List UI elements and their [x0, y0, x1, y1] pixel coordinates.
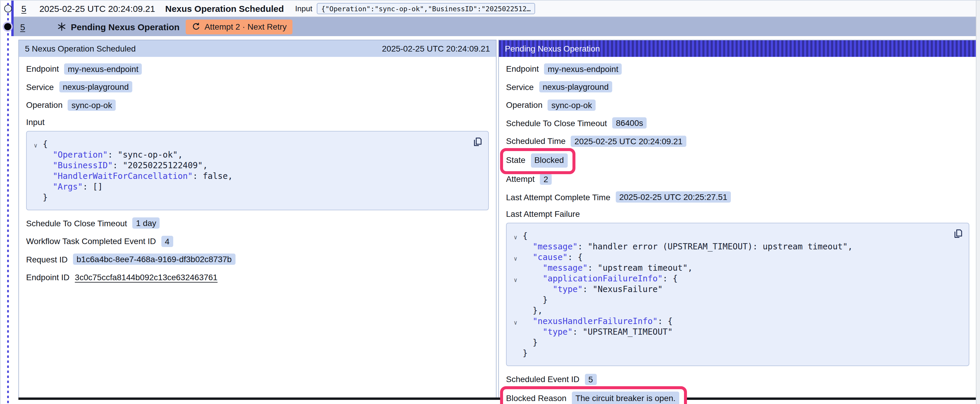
field-value-badge: my-nexus-endpoint [64, 63, 142, 74]
code-text: "Args": [] [43, 181, 103, 192]
field-value-link[interactable]: 3c0c75ccfa8144b092c13ce632463761 [75, 273, 217, 282]
code-text: { [523, 230, 528, 241]
event-timestamp: 2025-02-25 UTC 20:24:09.21 [40, 3, 155, 14]
field-row: Scheduled Time2025-02-25 UTC 20:24:09.21 [506, 135, 969, 147]
code-text: { [43, 138, 48, 149]
field-value-badge: nexus-playground [539, 81, 612, 92]
copy-button[interactable] [953, 228, 963, 239]
field-label: Endpoint ID [26, 273, 69, 282]
code-line: "Args": [] [34, 181, 481, 192]
highlighted-field: StateBlocked [506, 153, 567, 167]
field-label: Blocked Reason [506, 392, 566, 404]
field-row: Endpointmy-nexus-endpoint [26, 63, 489, 75]
code-text: } [43, 192, 48, 202]
code-line: "BusinessID": "20250225122409", [34, 160, 481, 170]
pending-operation-panel: Pending Nexus Operation Endpointmy-nexus… [498, 40, 977, 398]
code-line: } [514, 295, 962, 305]
code-text: }, [523, 305, 542, 316]
event-marker-filled-icon[interactable] [4, 23, 11, 30]
event-marker-open-icon[interactable] [4, 5, 12, 13]
field-label: Service [506, 82, 534, 92]
timeline-rail [7, 3, 9, 404]
field-row: Scheduled Event ID5 [506, 373, 969, 386]
field-label: Endpoint [26, 64, 59, 73]
code-line: ∨ "applicationFailureInfo": { [514, 273, 962, 284]
event-input-label: Input [295, 4, 312, 13]
code-line: } [514, 348, 962, 358]
copy-button[interactable] [472, 136, 483, 147]
pending-asterisk-icon [58, 22, 66, 31]
field-row: Servicenexus-playground [506, 81, 969, 93]
attempt-retry-badge-label: Attempt 2 · Next Retry [204, 22, 286, 32]
code-line: ∨{ [34, 138, 481, 149]
field-value-badge: 2025-02-25 UTC 20:24:09.21 [571, 135, 686, 147]
pending-event-title: Pending Nexus Operation [71, 22, 180, 32]
fold-toggle-icon[interactable]: ∨ [514, 253, 523, 264]
field-label: Request ID [26, 254, 68, 264]
field-row: StateBlocked [506, 153, 969, 167]
code-line: } [34, 192, 481, 202]
fold-toggle-icon[interactable]: ∨ [514, 317, 523, 328]
field-row: Endpoint ID3c0c75ccfa8144b092c13ce632463… [26, 271, 489, 284]
input-json-viewer: ∨{ "Operation": "sync-op-ok", "BusinessI… [26, 131, 489, 210]
field-row: Operationsync-op-ok [506, 99, 969, 111]
code-line: }, [514, 305, 962, 316]
field-row: Workflow Task Completed Event ID4 [26, 235, 489, 248]
field-label: Scheduled Time [506, 136, 566, 146]
code-line: ∨{ [514, 230, 962, 241]
pending-event-id-link[interactable]: 5 [20, 22, 25, 32]
event-detail-panel: 5 Nexus Operation Scheduled 2025-02-25 U… [18, 40, 496, 398]
field-row: Schedule To Close Timeout86400s [506, 117, 969, 130]
event-detail-fields: Endpointmy-nexus-endpointServicenexus-pl… [26, 63, 489, 111]
field-label: Operation [506, 100, 542, 109]
field-row: Operationsync-op-ok [26, 99, 489, 111]
field-value-badge: Blocked [531, 153, 567, 167]
code-text: "Operation": "sync-op-ok", [43, 149, 183, 160]
highlighted-field: Blocked ReasonThe circuit breaker is ope… [506, 391, 679, 404]
field-row: Endpointmy-nexus-endpoint [506, 63, 969, 75]
code-text: "cause": { [523, 252, 582, 262]
pending-operation-fields: Endpointmy-nexus-endpointServicenexus-pl… [506, 63, 969, 203]
code-line: "type": "UPSTREAM_TIMEOUT" [514, 326, 962, 337]
fold-gutter [34, 193, 43, 204]
fold-gutter [34, 151, 43, 162]
event-detail-fields-bottom: Schedule To Close Timeout1 dayWorkflow T… [26, 217, 489, 284]
event-input-preview-chip[interactable]: {"Operation":"sync-op-ok","BusinessID":"… [317, 3, 535, 14]
fold-gutter [514, 350, 523, 360]
retry-icon [191, 22, 200, 31]
field-label: Service [26, 82, 54, 92]
event-detail-panel-header: 5 Nexus Operation Scheduled 2025-02-25 U… [19, 40, 496, 57]
field-value-badge: b1c6a4bc-8ee7-468a-9169-df3b02c8737b [73, 253, 235, 265]
event-title: Nexus Operation Scheduled [165, 3, 284, 14]
field-value-badge: sync-op-ok [548, 99, 596, 111]
event-row-nexus-scheduled[interactable]: 5 2025-02-25 UTC 20:24:09.21 Nexus Opera… [14, 1, 977, 17]
code-line: ∨ "nexusHandlerFailureInfo": { [514, 316, 962, 326]
code-line: "Operation": "sync-op-ok", [34, 149, 481, 160]
field-label: Operation [26, 100, 63, 109]
active-event-indicator-bar [11, 1, 13, 36]
pending-operation-panel-title: Pending Nexus Operation [505, 44, 600, 53]
field-row: Request IDb1c6a4bc-8ee7-468a-9169-df3b02… [26, 253, 489, 266]
scrollbar-gutter[interactable] [976, 1, 980, 404]
field-row: Last Attempt Complete Time2025-02-25 UTC… [506, 191, 969, 203]
event-detail-panel-timestamp: 2025-02-25 UTC 20:24:09.21 [382, 44, 490, 53]
attempt-retry-badge: Attempt 2 · Next Retry [185, 19, 293, 34]
fold-toggle-icon[interactable]: ∨ [514, 275, 523, 285]
field-row: Schedule To Close Timeout1 day [26, 217, 489, 230]
event-id-link[interactable]: 5 [21, 3, 26, 14]
code-text: "message": "upstream timeout", [523, 262, 693, 273]
fold-gutter [514, 307, 523, 317]
code-text: } [523, 348, 528, 358]
field-value-badge: 4 [161, 236, 173, 247]
field-row: Servicenexus-playground [26, 81, 489, 93]
event-row-pending-nexus-operation[interactable]: 5 Pending Nexus Operation Attempt 2 · Ne… [14, 17, 977, 36]
code-text: "type": "UPSTREAM_TIMEOUT" [523, 326, 673, 337]
fold-gutter [34, 162, 43, 172]
fold-gutter [514, 243, 523, 253]
code-line: "message": "upstream timeout", [514, 262, 962, 273]
field-value-badge: 2025-02-25 UTC 20:25:27.51 [616, 191, 731, 203]
code-line: } [514, 337, 962, 348]
fold-gutter [514, 285, 523, 296]
fold-toggle-icon[interactable]: ∨ [514, 232, 523, 243]
fold-toggle-icon[interactable]: ∨ [34, 140, 43, 151]
